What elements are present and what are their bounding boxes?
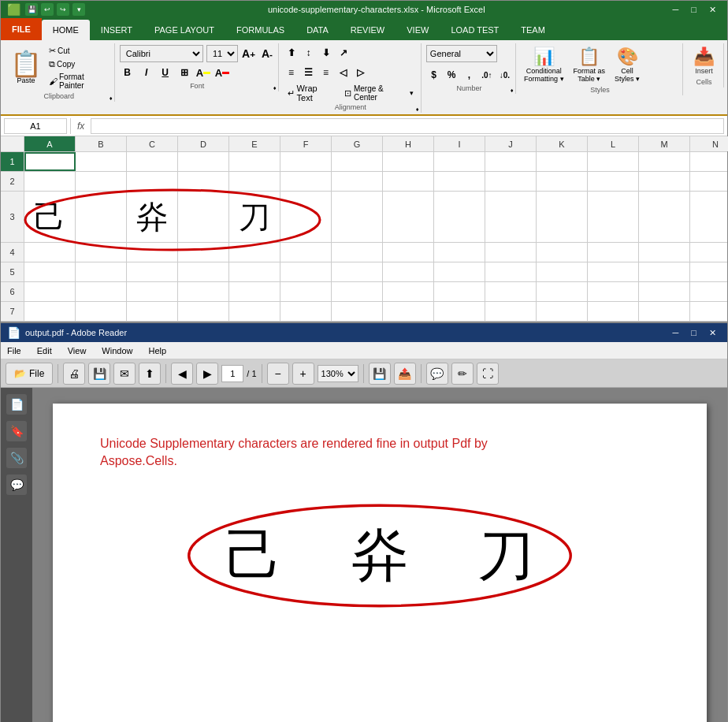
cell-M7[interactable] <box>639 302 690 321</box>
cell-C1[interactable] <box>127 152 178 171</box>
cell-A1[interactable] <box>24 152 76 171</box>
cell-F6[interactable] <box>280 282 332 301</box>
pdf-open-button[interactable]: 📂 File <box>6 363 53 385</box>
pdf-menu-window[interactable]: Window <box>98 344 136 357</box>
cell-B1[interactable] <box>76 152 127 171</box>
cell-N1[interactable] <box>690 152 728 171</box>
cell-F2[interactable] <box>280 172 332 191</box>
pdf-prev-page-btn[interactable]: ◀ <box>171 363 193 385</box>
cell-H3[interactable] <box>383 192 434 242</box>
pdf-menu-help[interactable]: Help <box>145 344 169 357</box>
cell-A4[interactable] <box>24 243 76 262</box>
cell-D2[interactable] <box>178 172 229 191</box>
cell-M5[interactable] <box>639 262 690 281</box>
pdf-zoom-select[interactable]: 130% <box>318 365 358 382</box>
pdf-page-input[interactable] <box>221 365 243 382</box>
pdf-upload-btn[interactable]: ⬆ <box>139 363 161 385</box>
col-header-C[interactable]: C <box>127 136 178 151</box>
bold-button[interactable]: B <box>120 65 136 80</box>
cell-I4[interactable] <box>434 243 485 262</box>
merge-dropdown-icon[interactable]: ▾ <box>410 89 414 97</box>
cell-D5[interactable] <box>178 262 229 281</box>
underline-button[interactable]: U <box>158 65 173 80</box>
cell-N3[interactable] <box>690 192 728 242</box>
cell-F7[interactable] <box>280 302 332 321</box>
cell-L7[interactable] <box>588 302 639 321</box>
cell-J5[interactable] <box>485 262 537 281</box>
pdf-menu-edit[interactable]: Edit <box>34 344 55 357</box>
cell-C6[interactable] <box>127 282 178 301</box>
row-num-7[interactable]: 7 <box>1 302 24 321</box>
number-format-select[interactable]: General <box>426 45 497 62</box>
align-center-btn[interactable]: ☰ <box>301 65 317 80</box>
customize-icon[interactable]: ▾ <box>72 3 85 16</box>
tab-load-test[interactable]: LOAD TEST <box>440 20 510 40</box>
cell-H5[interactable] <box>383 262 434 281</box>
pdf-comment-btn[interactable]: 💬 <box>426 363 448 385</box>
cell-L2[interactable] <box>588 172 639 191</box>
maximize-btn[interactable]: □ <box>686 5 701 15</box>
minimize-btn[interactable]: ─ <box>668 5 684 15</box>
cell-F4[interactable] <box>280 243 332 262</box>
cell-M6[interactable] <box>639 282 690 301</box>
tab-page-layout[interactable]: PAGE LAYOUT <box>143 20 225 40</box>
formula-input[interactable] <box>91 118 724 134</box>
col-header-I[interactable]: I <box>434 136 485 151</box>
cell-D4[interactable] <box>178 243 229 262</box>
cell-M3[interactable] <box>639 192 690 242</box>
cell-L3[interactable] <box>588 192 639 242</box>
align-top-btn[interactable]: ⬆ <box>284 45 299 61</box>
currency-btn[interactable]: $ <box>426 67 441 83</box>
cell-G6[interactable] <box>332 282 383 301</box>
cell-B7[interactable] <box>76 302 127 321</box>
pdf-side-page-icon[interactable]: 📄 <box>6 394 27 415</box>
col-header-A[interactable]: A <box>24 136 76 151</box>
col-header-G[interactable]: G <box>332 136 383 151</box>
format-as-table-btn[interactable]: 📋 Format asTable ▾ <box>570 45 609 84</box>
font-size-select[interactable]: 11 <box>206 45 238 62</box>
align-bottom-btn[interactable]: ⬇ <box>318 45 334 61</box>
cell-F3[interactable] <box>280 192 332 242</box>
undo-icon[interactable]: ↩ <box>41 3 54 16</box>
cell-K1[interactable] <box>537 152 588 171</box>
wrap-text-button[interactable]: ↵ Wrap Text <box>284 84 338 102</box>
pdf-email-btn[interactable]: ✉ <box>113 363 136 385</box>
tab-review[interactable]: REVIEW <box>340 20 396 40</box>
cell-H7[interactable] <box>383 302 434 321</box>
cell-K4[interactable] <box>537 243 588 262</box>
cell-A5[interactable] <box>24 262 76 281</box>
conditional-formatting-btn[interactable]: 📊 ConditionalFormatting ▾ <box>521 45 567 84</box>
cell-J1[interactable] <box>485 152 537 171</box>
cell-N6[interactable] <box>690 282 728 301</box>
cell-A3[interactable]: 己 <box>24 192 76 242</box>
cell-E4[interactable] <box>229 243 280 262</box>
pdf-side-attach-icon[interactable]: 📎 <box>6 448 27 468</box>
pdf-zoom-in-btn[interactable]: + <box>292 363 314 385</box>
cell-D6[interactable] <box>178 282 229 301</box>
cell-N2[interactable] <box>690 172 728 191</box>
cut-button[interactable]: ✂ Cut <box>46 45 111 57</box>
cell-M1[interactable] <box>639 152 690 171</box>
pdf-next-page-btn[interactable]: ▶ <box>196 363 218 385</box>
cell-J4[interactable] <box>485 243 537 262</box>
pdf-minimize-btn[interactable]: ─ <box>668 328 684 338</box>
row-num-6[interactable]: 6 <box>1 282 24 301</box>
border-button[interactable]: ⊞ <box>176 65 192 80</box>
cell-H4[interactable] <box>383 243 434 262</box>
cell-H1[interactable] <box>383 152 434 171</box>
percent-btn[interactable]: % <box>444 67 459 83</box>
decrease-indent-btn[interactable]: ◁ <box>336 65 351 80</box>
pdf-zoom-out-btn[interactable]: − <box>267 363 289 385</box>
pdf-close-btn[interactable]: ✕ <box>704 328 721 338</box>
align-middle-btn[interactable]: ↕ <box>301 45 317 61</box>
number-expand-icon[interactable]: ⬧ <box>510 86 514 94</box>
format-painter-button[interactable]: 🖌 Format Painter <box>46 72 111 91</box>
tab-file[interactable]: FILE <box>1 18 42 40</box>
font-name-select[interactable]: Calibri <box>120 45 203 62</box>
cell-C7[interactable] <box>127 302 178 321</box>
row-num-2[interactable]: 2 <box>1 172 24 191</box>
col-header-L[interactable]: L <box>588 136 639 151</box>
cell-B3[interactable] <box>76 192 127 242</box>
cell-J2[interactable] <box>485 172 537 191</box>
cell-H2[interactable] <box>383 172 434 191</box>
